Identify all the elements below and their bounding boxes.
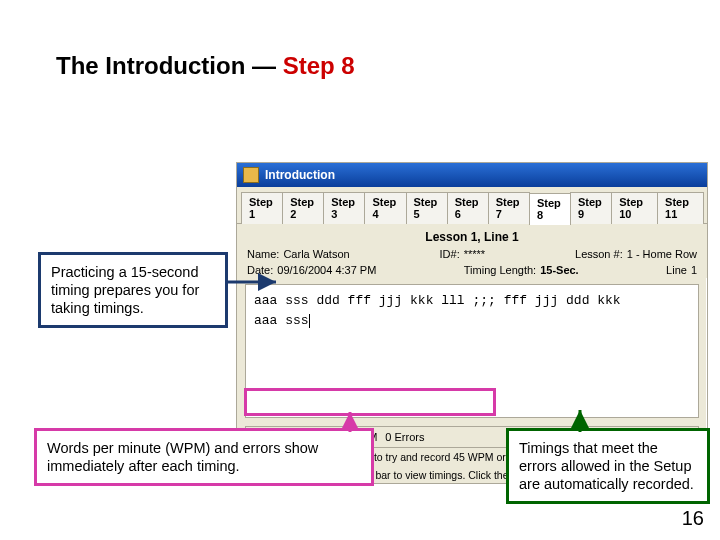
callout-wpm-errors: Words per minute (WPM) and errors show i… [34,428,374,486]
slide-title: The Introduction — Step 8 [56,52,355,80]
typing-line-2: aaa sss [254,313,309,328]
timing-len-label: Timing Length: [464,264,536,276]
tab-step-3[interactable]: Step 3 [323,192,365,224]
info-row-2: Date: 09/16/2004 4:37 PM Timing Length: … [237,262,707,278]
tab-step-1[interactable]: Step 1 [241,192,283,224]
tab-step-6[interactable]: Step 6 [447,192,489,224]
name-value: Carla Watson [283,248,349,260]
callout-practice-text: Practicing a 15-second timing prepares y… [51,264,199,316]
id-label: ID#: [440,248,460,260]
id-value: ***** [464,248,485,260]
tab-step-9[interactable]: Step 9 [570,192,612,224]
lesson-header: Lesson 1, Line 1 [237,224,707,246]
lesson-no-value: 1 - Home Row [627,248,697,260]
lesson-no-label: Lesson #: [575,248,623,260]
tab-step-2[interactable]: Step 2 [282,192,324,224]
slide-title-prefix: The Introduction — [56,52,283,79]
callout-best-speeds-text: Timings that meet the errors allowed in … [519,440,694,492]
slide-title-step: Step 8 [283,52,355,79]
text-cursor [309,314,310,328]
timing-score-errors: 0 Errors [385,431,424,443]
line-value: 1 [691,264,697,276]
name-label: Name: [247,248,279,260]
tab-step-5[interactable]: Step 5 [406,192,448,224]
tab-step-4[interactable]: Step 4 [364,192,406,224]
tab-step-7[interactable]: Step 7 [488,192,530,224]
callout-wpm-errors-text: Words per minute (WPM) and errors show i… [47,440,318,474]
tab-step-11[interactable]: Step 11 [657,192,704,224]
timing-len-value: 15-Sec. [540,264,579,276]
tab-step-10[interactable]: Step 10 [611,192,658,224]
tab-step-8[interactable]: Step 8 [529,193,571,225]
typing-area[interactable]: aaa sss ddd fff jjj kkk lll ;;; fff jjj … [245,284,699,418]
callout-practice: Practicing a 15-second timing prepares y… [38,252,228,328]
typing-line-1: aaa sss ddd fff jjj kkk lll ;;; fff jjj … [254,293,621,308]
date-label: Date: [247,264,273,276]
info-row-1: Name: Carla Watson ID#: ***** Lesson #: … [237,246,707,262]
date-value: 09/16/2004 4:37 PM [277,264,376,276]
callout-best-speeds: Timings that meet the errors allowed in … [506,428,710,504]
page-number: 16 [682,507,704,530]
step-tabs: Step 1 Step 2 Step 3 Step 4 Step 5 Step … [237,187,707,224]
line-label: Line [666,264,687,276]
window-title: Introduction [265,168,335,182]
window-titlebar: Introduction [237,163,707,187]
app-icon [243,167,259,183]
